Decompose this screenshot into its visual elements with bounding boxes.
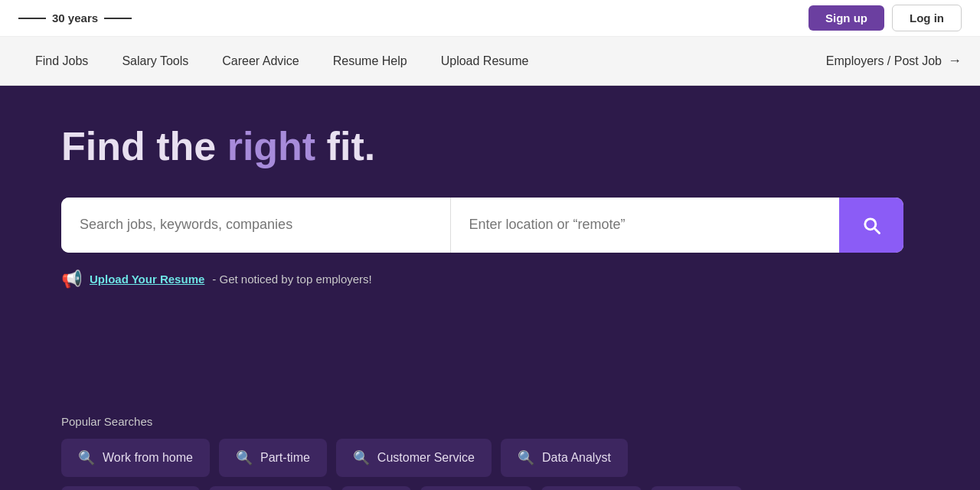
search-button[interactable] [839,198,903,253]
hero-title-highlight: right [227,124,316,168]
top-bar: 30 years Sign up Log in [0,0,980,37]
search-location-input[interactable] [451,198,840,253]
popular-tags-row2: 🔍 Delivery Driver 🔍 Engineering 🔍 IT 🔍 M… [61,486,919,490]
top-bar-actions: Sign up Log in [808,5,962,31]
search-bar [61,198,903,253]
brand-years: 30 years [18,11,132,24]
search-icon [861,214,882,236]
tag-data-analyst[interactable]: 🔍 Data Analyst [501,439,628,477]
megaphone-icon: 📢 [61,270,82,289]
tag-search-icon: 🔍 [78,449,95,466]
upload-resume-suffix: - Get noticed by top employers! [212,273,371,286]
nav-employers-label: Employers / Post Job [826,54,942,68]
nav-upload-resume[interactable]: Upload Resume [424,37,546,86]
tag-label: Customer Service [377,451,475,465]
brand-line-left [18,18,46,19]
brand-line-right [104,18,132,19]
tag-label: Work from home [103,451,193,465]
nav-find-jobs[interactable]: Find Jobs [18,37,105,86]
main-nav: Find Jobs Salary Tools Career Advice Res… [0,37,980,86]
hero-title-part2: fit. [315,124,375,168]
nav-employers[interactable]: Employers / Post Job → [826,53,962,69]
tag-it[interactable]: 🔍 IT [341,486,410,490]
nav-resume-help[interactable]: Resume Help [316,37,424,86]
tag-marketing[interactable]: 🔍 Marketing [420,486,532,490]
hero-title: Find the right fit. [61,124,949,170]
tag-work-from-home[interactable]: 🔍 Work from home [61,439,210,477]
tag-search-icon: 🔍 [518,449,534,466]
upload-resume-promo: 📢 Upload Your Resume - Get noticed by to… [61,270,949,289]
tag-engineering[interactable]: 🔍 Engineering [209,486,332,490]
tag-search-icon: 🔍 [353,449,370,466]
hero-title-part1: Find the [61,124,227,168]
popular-searches-section: Popular Searches 🔍 Work from home 🔍 Part… [0,415,980,490]
tag-search-icon: 🔍 [236,449,253,466]
popular-tags-row1: 🔍 Work from home 🔍 Part-time 🔍 Customer … [61,439,919,477]
tag-medical[interactable]: 🔍 Medical [541,486,642,490]
nav-career-advice[interactable]: Career Advice [205,37,316,86]
tag-part-time[interactable]: 🔍 Part-time [219,439,327,477]
popular-searches-label: Popular Searches [61,415,919,428]
tag-delivery-driver[interactable]: 🔍 Delivery Driver [61,486,200,490]
signup-button[interactable]: Sign up [808,5,884,31]
nav-items: Find Jobs Salary Tools Career Advice Res… [18,37,962,86]
tag-nurse[interactable]: 🔍 Nurse [651,486,742,490]
nav-salary-tools[interactable]: Salary Tools [105,37,205,86]
hero-section: Find the right fit. 📢 Upload Your Resume… [0,86,980,415]
login-button[interactable]: Log in [892,5,962,31]
tag-label: Data Analyst [542,451,611,465]
brand-years-text: 30 years [52,11,98,24]
upload-resume-link[interactable]: Upload Your Resume [90,273,204,286]
search-job-input[interactable] [61,198,451,253]
arrow-right-icon: → [948,53,962,69]
tag-customer-service[interactable]: 🔍 Customer Service [336,439,492,477]
tag-label: Part-time [260,451,310,465]
